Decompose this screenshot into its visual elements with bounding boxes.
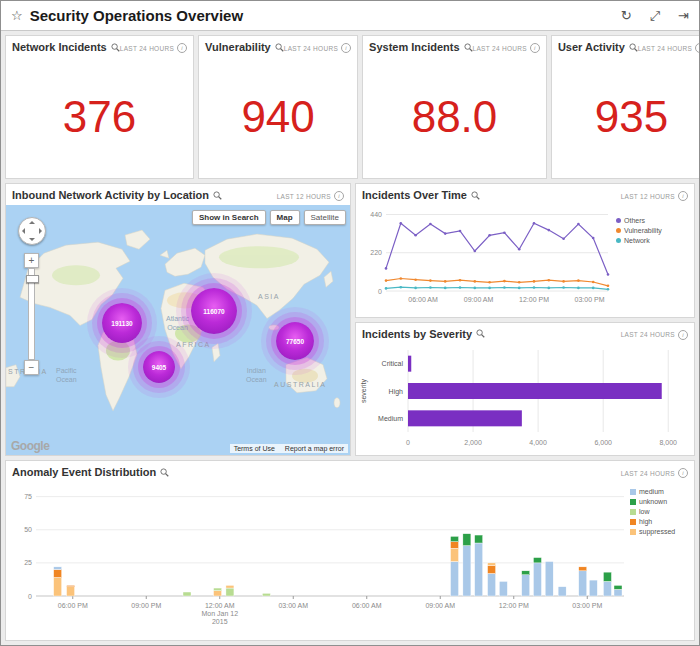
legend-item-medium[interactable]: medium: [630, 488, 675, 495]
anomaly-panel: Anomaly Event Distribution LAST 24 HOURS…: [5, 460, 695, 641]
time-range-label: LAST 24 HOURS: [621, 466, 688, 478]
panel-title: Network Incidents: [12, 41, 120, 53]
info-icon[interactable]: [695, 43, 700, 53]
info-icon[interactable]: [530, 43, 540, 53]
legend-item-Vulnerability[interactable]: Vulnerability: [616, 227, 662, 234]
zoom-slider[interactable]: [28, 268, 35, 360]
svg-text:High: High: [389, 387, 404, 395]
legend-item-Others[interactable]: Others: [616, 217, 662, 224]
legend-item-Network[interactable]: Network: [616, 237, 662, 244]
kpi-panel-network-incidents: Network Incidents LAST 24 HOURS 376: [5, 35, 194, 179]
time-range-label: LAST 24 HOURS: [473, 41, 540, 53]
time-range-label: LAST 24 HOURS: [621, 328, 688, 340]
legend-item-suppressed[interactable]: suppressed: [630, 528, 675, 535]
zoom-icon[interactable]: [111, 43, 120, 52]
legend-item-unknown[interactable]: unknown: [630, 498, 675, 505]
svg-text:03:00 PM: 03:00 PM: [575, 296, 605, 303]
zoom-slider-handle[interactable]: [26, 275, 39, 283]
time-range-label: LAST 24 HOURS: [284, 41, 351, 53]
pan-up-icon[interactable]: [29, 221, 35, 224]
panel-title: System Incidents: [369, 41, 472, 53]
export-icon[interactable]: ⇥: [678, 8, 689, 24]
svg-text:Critical: Critical: [382, 360, 404, 367]
panel-title: Vulnerability: [205, 41, 284, 53]
svg-text:0: 0: [378, 288, 382, 295]
time-range-label: LAST 12 HOURS: [621, 189, 688, 201]
svg-text:06:00 PM: 06:00 PM: [58, 602, 88, 609]
zoom-icon[interactable]: [275, 43, 284, 52]
svg-text:8,000: 8,000: [659, 439, 677, 446]
map-bubble[interactable]: 77650: [276, 322, 314, 360]
map-panel: Inbound Network Activity by Location LAS…: [5, 183, 351, 456]
map-attribution-links: Terms of Use Report a map error: [230, 444, 348, 453]
world-map[interactable]: STRALIA Pacific Ocean Atlantic Ocean Ind…: [6, 205, 350, 455]
zoom-out-button[interactable]: −: [24, 360, 39, 375]
incidents-over-time-chart[interactable]: 022044006:00 AM09:00 AM12:00 PM03:00 PM: [356, 203, 616, 307]
info-icon[interactable]: [177, 43, 187, 53]
zoom-icon[interactable]: [471, 191, 480, 200]
header-actions: ↻ ⤢ ⇥: [621, 8, 689, 24]
info-icon[interactable]: [341, 43, 351, 53]
legend-item-low[interactable]: low: [630, 508, 675, 515]
kpi-panel-user-activity: User Activity LAST 24 HOURS 935: [551, 35, 700, 179]
pan-down-icon[interactable]: [29, 238, 35, 241]
map-type-map-button[interactable]: Map: [270, 210, 300, 225]
svg-text:2,000: 2,000: [464, 439, 482, 446]
svg-text:220: 220: [370, 249, 382, 256]
google-logo[interactable]: Google: [11, 439, 49, 453]
kpi-row: Network Incidents LAST 24 HOURS 376 Vuln…: [5, 35, 695, 179]
legend-item-high[interactable]: high: [630, 518, 675, 525]
kpi-value: 88.0: [363, 55, 546, 178]
info-icon[interactable]: [334, 191, 344, 201]
incidents-by-severity-panel: Incidents by Severity LAST 24 HOURS 02,0…: [355, 322, 695, 457]
dashboard-header: ☆ Security Operations Overview ↻ ⤢ ⇥: [1, 1, 699, 31]
time-range-label: LAST 12 HOURS: [277, 189, 344, 201]
svg-text:Mon Jan 12: Mon Jan 12: [201, 610, 238, 617]
anomaly-distribution-chart[interactable]: 025507506:00 PM09:00 PM12:00 AMMon Jan 1…: [6, 480, 630, 630]
svg-text:6,000: 6,000: [594, 439, 612, 446]
svg-text:0: 0: [406, 439, 410, 446]
zoom-icon[interactable]: [464, 43, 473, 52]
report-map-error-link[interactable]: Report a map error: [285, 445, 344, 452]
map-buttons: Show in Search Map Satellite: [192, 210, 346, 225]
dashboard-body: Network Incidents LAST 24 HOURS 376 Vuln…: [1, 31, 699, 645]
svg-text:Medium: Medium: [378, 414, 403, 421]
map-type-satellite-button[interactable]: Satellite: [304, 210, 346, 225]
kpi-panel-vulnerability: Vulnerability LAST 24 HOURS 940: [198, 35, 358, 179]
svg-text:12:00 AM: 12:00 AM: [205, 602, 235, 609]
favorite-star-icon[interactable]: ☆: [11, 8, 23, 23]
pan-right-icon[interactable]: [39, 228, 42, 234]
zoom-icon[interactable]: [213, 191, 222, 200]
info-icon[interactable]: [678, 330, 688, 340]
incidents-by-severity-chart[interactable]: 02,0004,0006,0008,000CriticalHighMediums…: [356, 342, 692, 450]
map-bubble[interactable]: 116070: [191, 288, 237, 334]
map-bubble[interactable]: 9405: [143, 351, 175, 383]
terms-of-use-link[interactable]: Terms of Use: [234, 445, 275, 452]
security-dashboard: ☆ Security Operations Overview ↻ ⤢ ⇥ Net…: [0, 0, 700, 646]
incidents-over-time-legend: OthersVulnerabilityNetwork: [616, 203, 662, 307]
time-range-label: LAST 24 HOURS: [638, 41, 700, 53]
zoom-in-button[interactable]: +: [24, 253, 39, 268]
zoom-icon[interactable]: [160, 468, 169, 477]
refresh-icon[interactable]: ↻: [621, 8, 632, 24]
svg-text:09:00 AM: 09:00 AM: [425, 602, 455, 609]
panel-title: Inbound Network Activity by Location: [12, 189, 222, 201]
svg-text:09:00 PM: 09:00 PM: [131, 602, 161, 609]
fullscreen-icon[interactable]: ⤢: [650, 8, 660, 24]
map-zoom-control: + −: [24, 253, 39, 375]
info-icon[interactable]: [678, 191, 688, 201]
zoom-icon[interactable]: [629, 43, 638, 52]
map-bubble[interactable]: 191130: [102, 303, 142, 343]
kpi-value: 376: [6, 55, 193, 178]
show-in-search-button[interactable]: Show in Search: [192, 210, 266, 225]
svg-text:0: 0: [28, 593, 32, 600]
kpi-panel-system-incidents: System Incidents LAST 24 HOURS 88.0: [362, 35, 547, 179]
svg-text:03:00 PM: 03:00 PM: [572, 602, 602, 609]
anomaly-legend: mediumunknownlowhighsuppressed: [630, 480, 675, 630]
zoom-icon[interactable]: [476, 329, 485, 338]
info-icon[interactable]: [678, 468, 688, 478]
map-pan-control[interactable]: [18, 217, 46, 245]
pan-left-icon[interactable]: [22, 228, 25, 234]
incidents-over-time-panel: Incidents Over Time LAST 12 HOURS 022044…: [355, 183, 695, 318]
kpi-value: 935: [552, 55, 700, 178]
